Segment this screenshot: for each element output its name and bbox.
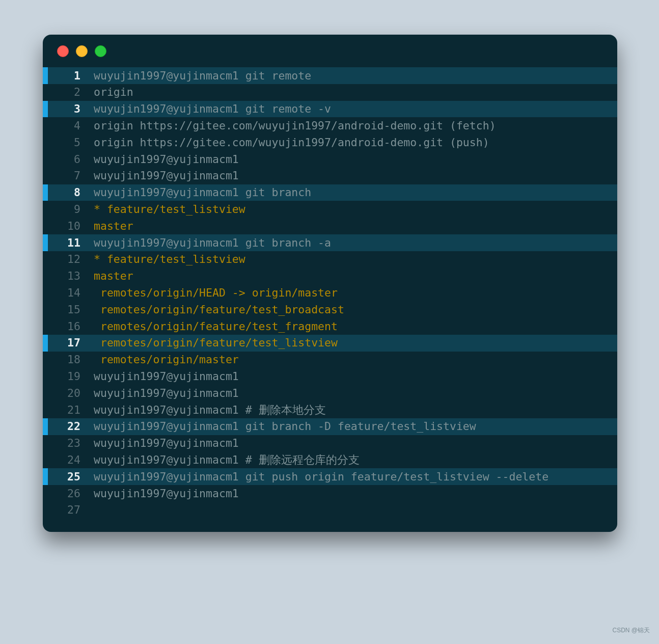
code-line[interactable]: 14 remotes/origin/HEAD -> origin/master	[43, 284, 617, 301]
line-number: 14	[48, 284, 89, 301]
line-content: wuyujin1997@yujinmacm1 git branch -a	[89, 234, 617, 251]
code-line[interactable]: 26wuyujin1997@yujinmacm1	[43, 485, 617, 502]
line-number: 11	[48, 234, 89, 251]
line-content: remotes/origin/HEAD -> origin/master	[89, 284, 617, 301]
line-number: 23	[48, 435, 89, 452]
line-content: remotes/origin/feature/test_broadcast	[89, 301, 617, 318]
code-line[interactable]: 10master	[43, 218, 617, 234]
line-content: wuyujin1997@yujinmacm1 git remote -v	[89, 101, 617, 118]
code-line[interactable]: 25wuyujin1997@yujinmacm1 git push origin…	[43, 468, 617, 485]
code-line[interactable]: 8wuyujin1997@yujinmacm1 git branch	[43, 184, 617, 201]
line-content: origin https://gitee.com/wuyujin1997/and…	[89, 134, 617, 151]
line-number: 18	[48, 352, 89, 368]
line-content: wuyujin1997@yujinmacm1 # 删除远程仓库的分支	[89, 451, 617, 468]
code-line[interactable]: 6wuyujin1997@yujinmacm1	[43, 151, 617, 168]
window-close-button[interactable]	[57, 45, 69, 57]
window-minimize-button[interactable]	[76, 45, 88, 57]
line-number: 27	[48, 502, 89, 519]
line-number: 21	[48, 401, 89, 418]
line-content: wuyujin1997@yujinmacm1	[89, 435, 617, 452]
line-number: 17	[48, 335, 89, 352]
line-content: wuyujin1997@yujinmacm1 git push origin f…	[89, 468, 617, 485]
line-number: 22	[48, 418, 89, 435]
line-marker	[43, 368, 48, 385]
line-marker	[43, 84, 48, 101]
code-editor[interactable]: 1wuyujin1997@yujinmacm1 git remote2origi…	[43, 67, 617, 532]
code-line[interactable]: 4origin https://gitee.com/wuyujin1997/an…	[43, 117, 617, 134]
line-marker	[43, 251, 48, 268]
line-number: 24	[48, 451, 89, 468]
code-line[interactable]: 18 remotes/origin/master	[43, 352, 617, 368]
code-line[interactable]: 12* feature/test_listview	[43, 251, 617, 268]
line-content: remotes/origin/feature/test_fragment	[89, 318, 617, 335]
line-number: 20	[48, 385, 89, 401]
line-marker	[43, 101, 48, 118]
line-marker	[43, 485, 48, 502]
line-marker	[43, 284, 48, 301]
line-marker	[43, 201, 48, 218]
line-marker	[43, 301, 48, 318]
line-content: wuyujin1997@yujinmacm1 git branch -D fea…	[89, 418, 617, 435]
terminal-window: 1wuyujin1997@yujinmacm1 git remote2origi…	[43, 35, 617, 532]
code-line[interactable]: 27	[43, 502, 617, 519]
line-content: master	[89, 268, 617, 285]
line-marker	[43, 385, 48, 401]
line-number: 1	[48, 67, 89, 84]
line-marker	[43, 502, 48, 519]
window-maximize-button[interactable]	[95, 45, 106, 57]
line-marker	[43, 168, 48, 184]
line-number: 16	[48, 318, 89, 335]
line-content: master	[89, 218, 617, 234]
line-marker	[43, 401, 48, 418]
code-line[interactable]: 16 remotes/origin/feature/test_fragment	[43, 318, 617, 335]
line-number: 2	[48, 84, 89, 101]
code-line[interactable]: 15 remotes/origin/feature/test_broadcast	[43, 301, 617, 318]
code-line[interactable]: 22wuyujin1997@yujinmacm1 git branch -D f…	[43, 418, 617, 435]
code-line[interactable]: 13master	[43, 268, 617, 285]
line-content: remotes/origin/feature/test_listview	[89, 335, 617, 352]
code-line[interactable]: 5origin https://gitee.com/wuyujin1997/an…	[43, 134, 617, 151]
line-marker	[43, 134, 48, 151]
line-number: 5	[48, 134, 89, 151]
code-line[interactable]: 21wuyujin1997@yujinmacm1 # 删除本地分支	[43, 401, 617, 418]
line-number: 4	[48, 117, 89, 134]
line-number: 3	[48, 101, 89, 118]
line-content: remotes/origin/master	[89, 352, 617, 368]
line-number: 25	[48, 468, 89, 485]
line-number: 15	[48, 301, 89, 318]
line-marker	[43, 318, 48, 335]
line-content: wuyujin1997@yujinmacm1 git remote	[89, 67, 617, 84]
code-line[interactable]: 11wuyujin1997@yujinmacm1 git branch -a	[43, 234, 617, 251]
line-content: wuyujin1997@yujinmacm1	[89, 151, 617, 168]
line-content	[89, 502, 617, 519]
code-line[interactable]: 3wuyujin1997@yujinmacm1 git remote -v	[43, 101, 617, 118]
code-line[interactable]: 20wuyujin1997@yujinmacm1	[43, 385, 617, 401]
line-number: 13	[48, 268, 89, 285]
line-number: 9	[48, 201, 89, 218]
code-line[interactable]: 19wuyujin1997@yujinmacm1	[43, 368, 617, 385]
line-marker	[43, 67, 48, 84]
line-content: wuyujin1997@yujinmacm1 # 删除本地分支	[89, 401, 617, 418]
line-content: origin https://gitee.com/wuyujin1997/and…	[89, 117, 617, 134]
code-line[interactable]: 1wuyujin1997@yujinmacm1 git remote	[43, 67, 617, 84]
line-marker	[43, 117, 48, 134]
code-line[interactable]: 9* feature/test_listview	[43, 201, 617, 218]
line-marker	[43, 468, 48, 485]
line-marker	[43, 268, 48, 285]
line-number: 8	[48, 184, 89, 201]
code-line[interactable]: 7wuyujin1997@yujinmacm1	[43, 168, 617, 184]
line-marker	[43, 435, 48, 452]
line-content: * feature/test_listview	[89, 201, 617, 218]
line-content: wuyujin1997@yujinmacm1	[89, 168, 617, 184]
line-number: 6	[48, 151, 89, 168]
line-number: 7	[48, 168, 89, 184]
code-line[interactable]: 24wuyujin1997@yujinmacm1 # 删除远程仓库的分支	[43, 451, 617, 468]
code-line[interactable]: 17 remotes/origin/feature/test_listview	[43, 335, 617, 352]
window-titlebar	[43, 35, 617, 67]
code-line[interactable]: 23wuyujin1997@yujinmacm1	[43, 435, 617, 452]
code-line[interactable]: 2origin	[43, 84, 617, 101]
line-number: 26	[48, 485, 89, 502]
line-marker	[43, 218, 48, 234]
line-content: wuyujin1997@yujinmacm1	[89, 385, 617, 401]
line-marker	[43, 352, 48, 368]
